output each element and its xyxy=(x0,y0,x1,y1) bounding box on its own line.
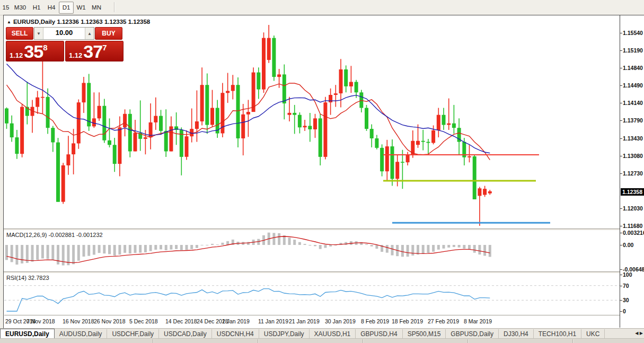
axis-tick-mark xyxy=(620,156,622,156)
price-tick-label: 1.13790 xyxy=(623,117,643,124)
date-tick-label: 11 Jan 2019 xyxy=(258,318,288,324)
toolbar-separator xyxy=(114,2,115,12)
price-tick-label: 1.12030 xyxy=(623,205,643,212)
chart-tab-xauusd-h1[interactable]: XAUUSD,H1 xyxy=(310,329,356,339)
axis-tick-mark xyxy=(620,68,622,68)
chart-tab-audusd-daily[interactable]: AUDUSD,Daily xyxy=(55,329,108,339)
date-tick-label: 8 Feb 2019 xyxy=(361,318,389,324)
chart-window: ▲EURUSD,Daily 1.12336 1.12363 1.12335 1.… xyxy=(3,15,644,329)
chart-tab-usdjpy-daily[interactable]: USDJPY,Daily xyxy=(259,329,310,339)
chart-tab-sp500-m15[interactable]: SP500,M15 xyxy=(403,329,446,339)
timeframe-button-15[interactable]: 15 xyxy=(1,2,11,14)
price-tick-label: 1.11680 xyxy=(623,223,642,229)
current-price-badge: 1.12358 xyxy=(621,188,644,196)
timeframe-button-w1[interactable]: W1 xyxy=(74,2,89,14)
axis-tick-mark xyxy=(620,245,622,245)
price-tick-label: 1.13080 xyxy=(623,153,643,159)
sell-button[interactable]: SELL xyxy=(6,27,33,40)
price-chart-pane[interactable]: ▲EURUSD,Daily 1.12336 1.12363 1.12335 1.… xyxy=(4,16,620,228)
buy-price-pip-digit: 7 xyxy=(102,43,107,52)
price-tick-label: 1.12730 xyxy=(623,170,643,177)
date-tick-label: 16 Nov 2018 xyxy=(63,318,94,324)
chart-tab-tech100-h1[interactable]: TECH100,H1 xyxy=(534,329,581,339)
status-strip xyxy=(0,338,644,343)
buy-price-big-digits: 37 xyxy=(83,42,102,60)
date-tick-label: 14 Dec 2018 xyxy=(165,318,197,324)
date-tick-label: 30 Jan 2019 xyxy=(325,318,356,324)
chart-tab-eurusd-daily[interactable]: EURUSD,Daily xyxy=(0,329,55,339)
tab-scroll-arrows: ◀ ▶ xyxy=(635,330,643,336)
axis-tick-mark xyxy=(620,233,622,233)
collapse-panel-icon[interactable]: ▲ xyxy=(7,20,11,24)
buy-price-prefix: 1.12 xyxy=(69,51,82,59)
axis-tick-mark xyxy=(620,269,622,270)
axis-tick-mark xyxy=(620,33,622,33)
chart-ohlc-header: ▲EURUSD,Daily 1.12336 1.12363 1.12335 1.… xyxy=(7,19,150,25)
timeframe-button-m30[interactable]: M30 xyxy=(11,2,29,14)
price-axis[interactable]: 1.155401.151901.148401.144901.141401.137… xyxy=(620,15,644,328)
timeframe-toolbar: 15M30H1H4D1W1MN xyxy=(0,0,644,15)
volume-increase-button[interactable]: ▲ xyxy=(85,28,94,39)
price-tick-label: 1.15540 xyxy=(623,30,643,36)
axis-tick-mark xyxy=(620,311,622,312)
timeframe-button-d1[interactable]: D1 xyxy=(59,2,74,14)
date-tick-label: 18 Feb 2019 xyxy=(392,318,423,324)
axis-tick-mark xyxy=(620,226,622,226)
chart-symbol-label: EURUSD,Daily xyxy=(13,19,55,25)
chart-tab-bar: EURUSD,DailyAUDUSD,DailyUSDCHF,DailyUSDC… xyxy=(0,328,644,339)
price-tick-label: 1.14490 xyxy=(623,82,643,89)
date-tick-label: 2 Jan 2019 xyxy=(222,318,250,324)
date-tick-label: 5 Dec 2018 xyxy=(129,318,158,324)
rsi-tick-label: 70 xyxy=(623,283,629,289)
chart-tab-gbpusd-h4[interactable]: GBPUSD,H4 xyxy=(356,329,402,339)
chart-tab-gbpusd-daily[interactable]: GBPUSD,Daily xyxy=(446,329,499,339)
macd-indicator-label: MACD(12,26,9) -0.002881 -0.001232 xyxy=(6,232,103,238)
timeframe-button-h1[interactable]: H1 xyxy=(29,2,44,14)
chart-tab-usdcnh-h4[interactable]: USDCNH,H4 xyxy=(212,329,259,339)
axis-tick-mark xyxy=(620,120,622,121)
chart-tab-usdcad-daily[interactable]: USDCAD,Daily xyxy=(159,329,212,339)
price-tick-label: 1.15190 xyxy=(623,47,643,54)
tab-scroll-left-icon[interactable]: ◀ xyxy=(635,331,638,336)
axis-tick-mark xyxy=(620,103,622,103)
rsi-chart[interactable] xyxy=(4,273,620,315)
rsi-tick-label: 0 xyxy=(623,308,626,314)
price-tick-label: 1.13430 xyxy=(623,135,643,142)
rsi-tick-label: 100 xyxy=(623,271,632,278)
date-tick-label: 26 Nov 2018 xyxy=(94,318,126,324)
rsi-pane[interactable]: RSI(14) 32.7823 xyxy=(4,273,620,315)
chart-tab-ukc[interactable]: UKC xyxy=(581,329,605,339)
timeframe-button-h4[interactable]: H4 xyxy=(44,2,59,14)
date-tick-label: 7 Nov 2018 xyxy=(27,318,55,324)
tab-scroll-right-icon[interactable]: ▶ xyxy=(640,331,643,336)
time-axis[interactable]: 29 Oct 20187 Nov 201816 Nov 201826 Nov 2… xyxy=(4,315,620,328)
axis-tick-mark xyxy=(620,173,622,174)
macd-tick-label: 0.003216 xyxy=(623,230,644,236)
buy-button[interactable]: BUY xyxy=(95,27,122,40)
chart-ohlc-values: 1.12336 1.12363 1.12335 1.12358 xyxy=(57,19,150,25)
chart-tab-usdchf-daily[interactable]: USDCHF,Daily xyxy=(107,329,159,339)
volume-spinner: ▼ 10.00 ▲ xyxy=(34,27,94,40)
sell-price-big-digits: 35 xyxy=(24,42,43,60)
buy-price-box[interactable]: 1.12 37 7 xyxy=(65,41,123,61)
axis-tick-mark xyxy=(620,300,622,301)
timeframe-button-mn[interactable]: MN xyxy=(89,2,104,14)
macd-tick-label: 0.00 xyxy=(623,242,633,248)
axis-tick-mark xyxy=(620,85,622,86)
axis-tick-mark xyxy=(620,286,622,286)
date-tick-label: 21 Jan 2019 xyxy=(289,318,320,324)
axis-tick-mark xyxy=(620,208,622,209)
axis-tick-mark xyxy=(620,50,622,51)
volume-input[interactable]: 10.00 xyxy=(43,28,85,39)
sell-price-pip-digit: 8 xyxy=(43,43,47,52)
axis-tick-mark xyxy=(620,138,622,139)
sell-price-box[interactable]: 1.12 35 8 xyxy=(6,41,64,61)
price-tick-label: 1.14840 xyxy=(623,65,643,71)
axis-tick-mark xyxy=(620,275,622,275)
macd-pane[interactable]: MACD(12,26,9) -0.002881 -0.001232 xyxy=(4,230,620,271)
sell-price-prefix: 1.12 xyxy=(10,51,23,59)
date-tick-label: 27 Feb 2019 xyxy=(428,318,459,324)
date-tick-label: 8 Mar 2019 xyxy=(464,318,492,324)
volume-decrease-button[interactable]: ▼ xyxy=(34,28,43,39)
chart-tab-dj30-h4[interactable]: DJ30,H4 xyxy=(499,329,534,339)
